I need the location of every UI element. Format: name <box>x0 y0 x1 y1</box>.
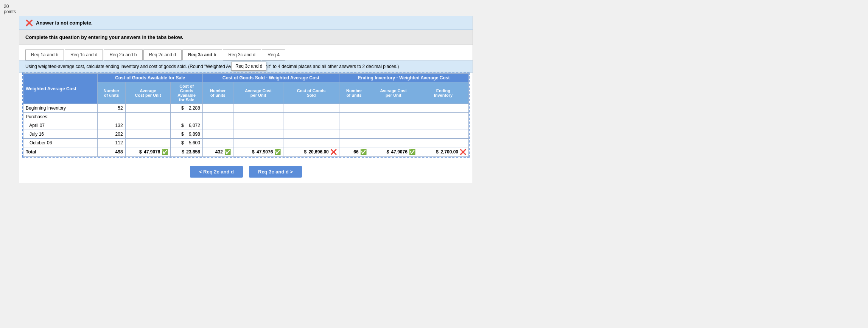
tab-req1ab[interactable]: Req 1a and b <box>25 50 64 60</box>
s3-units <box>339 121 369 130</box>
s1-units: 132 <box>98 121 125 130</box>
tab-req2cd[interactable]: Req 2c and d <box>143 50 182 60</box>
main-container: ❌ Answer is not complete. Complete this … <box>19 16 473 183</box>
alert-bar: ❌ Answer is not complete. <box>19 16 473 30</box>
total-s1-avg-value: 47.9076 <box>143 149 160 155</box>
tab-req2ab[interactable]: Req 2a and b <box>104 50 142 60</box>
table-row: April 07 132 $ 6,072 <box>23 121 469 130</box>
tab-req1cd[interactable]: Req 1c and d <box>65 50 103 60</box>
s2-cost-sold <box>283 104 339 113</box>
dollar-sign: $ <box>139 149 142 155</box>
s2-avg <box>233 104 283 113</box>
tab-tooltip: Req 3c and d <box>231 62 266 71</box>
s2-col1-header: Numberof units <box>202 82 233 104</box>
s3-units-check-icon: ✅ <box>360 149 367 155</box>
total-s1-avg: $ 47.9076 ✅ <box>125 147 171 157</box>
row-label: April 07 <box>23 121 98 130</box>
alert-text: Answer is not complete. <box>36 20 93 26</box>
row-label: July 16 <box>23 130 98 139</box>
table-row: Purchases: <box>23 113 469 121</box>
instruction-bar: Complete this question by entering your … <box>19 30 473 45</box>
s2-units <box>202 130 233 139</box>
total-s3-ending-value: 2,700.00 <box>439 149 458 155</box>
points-label: points <box>4 9 16 14</box>
s3-col2-header: Average Costper Unit <box>369 82 418 104</box>
s1-avg <box>125 113 171 121</box>
tab-req3ab[interactable]: Req 3a and b <box>182 50 222 60</box>
s1-units <box>98 113 125 121</box>
s3-ending <box>418 130 468 139</box>
total-s3-ending: $ 2,700.00 ❌ <box>418 147 468 157</box>
s1-avg <box>125 130 171 139</box>
section2-header: Cost of Goods Sold - Weighted Average Co… <box>202 74 339 82</box>
s2-units <box>202 113 233 121</box>
s3-units <box>339 139 369 147</box>
total-label: Total <box>23 147 98 157</box>
s1-avg-check-icon: ✅ <box>162 149 168 155</box>
dollar-sign3: $ <box>252 149 255 155</box>
s2-avg <box>233 139 283 147</box>
s2-cost-sold <box>283 139 339 147</box>
s3-units <box>339 130 369 139</box>
s3-ending <box>418 104 468 113</box>
s2-col3-header: Cost of GoodsSold <box>283 82 339 104</box>
s1-col2-header: AverageCost per Unit <box>125 82 171 104</box>
dollar-sign4: $ <box>304 149 306 155</box>
s2-units-check-icon: ✅ <box>224 149 231 155</box>
s3-col3-header: EndingInventory <box>418 82 468 104</box>
total-s3-units: 66 ✅ <box>339 147 369 157</box>
total-s2-cost-sold: $ 20,696.00 ❌ <box>283 147 339 157</box>
s3-ending <box>418 121 468 130</box>
table-row: July 16 202 $ 9,898 <box>23 130 469 139</box>
dollar-sign2: $ <box>182 149 184 155</box>
next-button[interactable]: Req 3c and d > <box>249 166 302 178</box>
s2-col2-header: Average Costper Unit <box>233 82 283 104</box>
total-s3-avg-value: 47.9076 <box>390 149 408 155</box>
s1-cost <box>171 113 203 121</box>
s3-avg <box>369 104 418 113</box>
section3-header: Ending Inventory - Weighted Average Cost <box>339 74 468 82</box>
table-row: Beginning Inventory 52 $ 2,288 <box>23 104 469 113</box>
s1-cost: $ 9,898 <box>171 130 203 139</box>
s1-col1-header: Numberof units <box>98 82 125 104</box>
s1-avg <box>125 139 171 147</box>
section1-header: Cost of Goods Available for Sale <box>98 74 202 82</box>
dollar-sign6: $ <box>436 149 439 155</box>
s3-avg <box>369 130 418 139</box>
s2-units <box>202 121 233 130</box>
s1-avg <box>125 104 171 113</box>
total-s2-units-value: 432 <box>215 149 223 155</box>
s1-col3-header: Cost ofGoodsAvailablefor Sale <box>171 82 203 104</box>
total-s2-avg-value: 47.9076 <box>255 149 273 155</box>
total-s1-units: 498 <box>98 147 125 157</box>
error-icon: ❌ <box>25 19 33 26</box>
s1-units: 52 <box>98 104 125 113</box>
s3-ending <box>418 113 468 121</box>
s2-avg <box>233 121 283 130</box>
total-s2-cost-sold-value: 20,696.00 <box>307 149 329 155</box>
table-row: October 06 112 $ 5,600 <box>23 139 469 147</box>
total-row: Total 498 $ 47.9076 ✅ $ 23,858 432 ✅ $ 4… <box>23 147 469 157</box>
s2-units <box>202 139 233 147</box>
nav-buttons: < Req 2c and d Req 3c and d > <box>19 161 473 183</box>
row-label: October 06 <box>23 139 98 147</box>
s3-col1-header: Numberof units <box>339 82 369 104</box>
s2-units <box>202 104 233 113</box>
s2-avg <box>233 130 283 139</box>
s2-cost-cross-icon: ❌ <box>330 149 337 155</box>
total-s1-cost-value: 23,858 <box>185 149 200 155</box>
tab-req3cd[interactable]: Req 3c and d <box>223 50 261 60</box>
s3-ending-cross-icon: ❌ <box>460 149 466 155</box>
table-container: Weighted Average Cost Cost of Goods Avai… <box>22 73 470 158</box>
tabs-row: Req 1a and b Req 1c and d Req 2a and b R… <box>19 45 473 60</box>
prev-button[interactable]: < Req 2c and d <box>190 166 243 178</box>
dollar-sign5: $ <box>386 149 389 155</box>
s1-avg <box>125 121 171 130</box>
s3-ending <box>418 139 468 147</box>
total-s3-avg: $ 47.9076 ✅ <box>369 147 418 157</box>
question-instruction-text: Using weighted-average cost, calculate e… <box>25 64 399 69</box>
tab-req4[interactable]: Req 4 <box>262 50 285 60</box>
s1-units: 112 <box>98 139 125 147</box>
s3-units <box>339 104 369 113</box>
s2-avg <box>233 113 283 121</box>
